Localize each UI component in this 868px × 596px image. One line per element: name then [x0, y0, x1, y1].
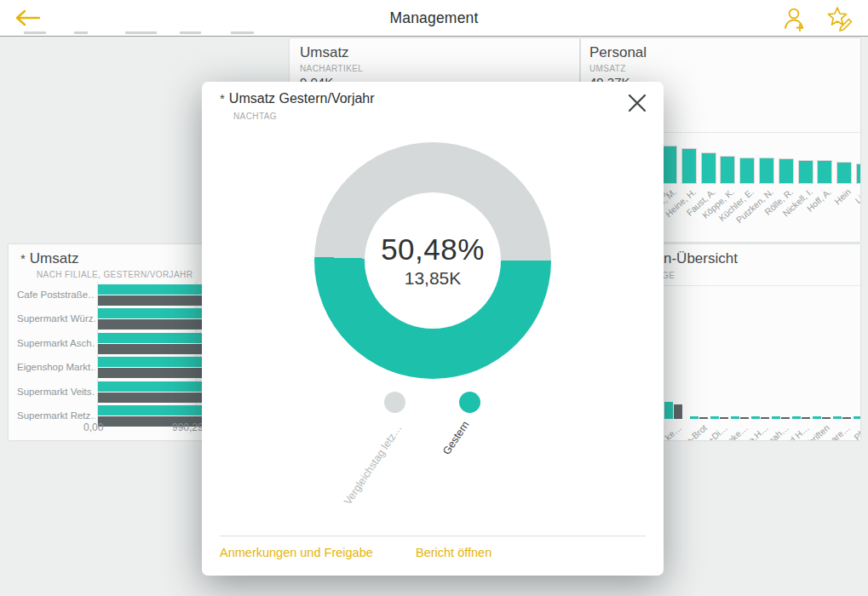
bar-teal [854, 416, 860, 419]
bar [818, 161, 831, 183]
bar [740, 158, 754, 183]
bar-teal [710, 416, 719, 419]
donut-value-label: 13,85K [405, 268, 462, 289]
modal-subtitle: NACHTAG [233, 112, 277, 121]
bar [702, 153, 716, 183]
donut-chart[interactable]: 50,48% 13,85K [314, 142, 551, 379]
tile-edge-dash [24, 32, 46, 34]
bar-gray [802, 417, 810, 419]
open-report-link[interactable]: Bericht öffnen [416, 546, 491, 559]
category-label: Supermarkt Retz… [17, 410, 95, 421]
tile-title: Umsatz [300, 44, 349, 61]
category-label: Cafe Poststraße… [17, 289, 95, 300]
annotate-favorite-button[interactable] [825, 5, 853, 32]
tile-edge-dash [180, 32, 201, 34]
bar-gray [720, 417, 728, 419]
bar [799, 161, 813, 183]
bar-teal [731, 416, 739, 419]
dashboard-app: Management Umsatz NACHARTIKEL 9,04K Pers… [0, 0, 868, 596]
bar-teal [792, 416, 801, 419]
legend-dot-gestern[interactable] [459, 392, 480, 413]
x-tick: 990,29 [172, 421, 204, 433]
category-label: Supermarkt Asch… [17, 338, 95, 348]
bar [779, 159, 793, 183]
bar [760, 158, 773, 183]
bar-teal [813, 416, 821, 419]
star-pen-icon [825, 5, 853, 32]
donut-center: 50,48% 13,85K [365, 192, 501, 329]
modal-title: *Umsatz Gestern/Vorjahr [220, 91, 375, 106]
page-title: Management [0, 0, 868, 36]
close-button[interactable] [626, 92, 648, 114]
annotations-share-link[interactable]: Anmerkungen und Freigabe [220, 546, 373, 559]
donut-percent-label: 50,48% [381, 232, 485, 266]
bar-gray [740, 417, 749, 419]
tile-edge-dash [231, 32, 254, 34]
close-icon [626, 92, 648, 114]
detail-modal: *Umsatz Gestern/Vorjahr NACHTAG 50,48% 1… [202, 82, 664, 576]
category-label: Eigenshop Markt… [17, 362, 95, 372]
bar [857, 164, 860, 183]
bar-gray [699, 417, 708, 419]
tile-edge-dash [125, 32, 157, 34]
bar-teal [751, 416, 760, 419]
tile-edge-dash [74, 32, 88, 34]
tile-subtitle: NACHARTIKEL [300, 64, 363, 73]
bar-gray [781, 417, 790, 419]
bar-gray [822, 417, 831, 419]
bar-teal [690, 416, 698, 419]
divider [220, 536, 646, 536]
legend-dot-vergleichstag[interactable] [384, 392, 405, 413]
x-tick: 0,00 [83, 421, 103, 433]
person-add-icon [779, 5, 807, 32]
bar-gray [674, 404, 682, 419]
bar [682, 149, 696, 183]
category-label: Supermarkt Veits… [17, 387, 95, 397]
favorite-star-icon: * [220, 91, 225, 106]
bar-gray [842, 417, 851, 419]
bar [837, 163, 851, 183]
add-person-button[interactable] [779, 5, 807, 32]
bar-teal [833, 416, 842, 419]
bar-teal [772, 416, 780, 419]
bar-gray [761, 417, 769, 419]
category-label: Supermarkt Würz… [17, 313, 95, 324]
bar [721, 157, 734, 183]
bar-teal [664, 402, 673, 419]
bar [663, 146, 676, 183]
